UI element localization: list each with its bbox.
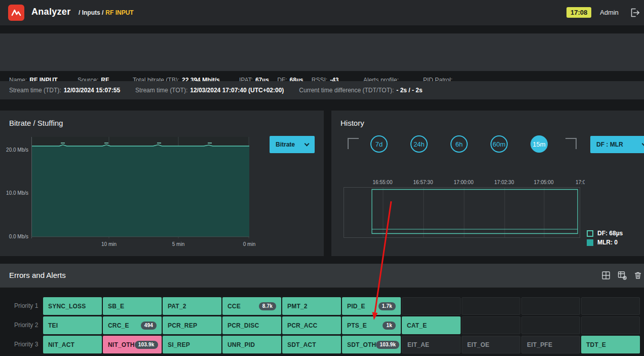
history-range-6h[interactable]: 6h (450, 135, 468, 153)
error-cell-pcr_rep[interactable]: PCR_REP (163, 316, 221, 334)
bitrate-chart-plot (31, 137, 249, 238)
bitrate-stuffing-panel: Bitrate / Stuffing Bitrate 20.0 Mb/s 10.… (0, 111, 324, 256)
history-range-15m[interactable]: 15m (531, 135, 548, 153)
error-cell-sdt_act[interactable]: SDT_ACT (282, 336, 341, 353)
error-cell-label: SDT_OTH (347, 341, 376, 348)
priority-label: Priority 2 (14, 316, 42, 334)
chevron-down-icon (305, 141, 310, 146)
app-logo[interactable] (8, 5, 24, 21)
error-cell-label: SI_REP (168, 341, 190, 348)
range-bracket-right (565, 138, 577, 149)
error-cell-label: UNR_PID (228, 341, 255, 348)
error-cell-pcr_acc[interactable]: PCR_ACC (282, 316, 341, 334)
error-cell-label: EIT_PFE (527, 341, 552, 348)
errors-alerts-title: Errors and Alerts (9, 271, 66, 279)
error-count-badge: 8.7k (259, 302, 276, 310)
history-x-tick: 17:05:00 (534, 180, 554, 185)
history-range-60m[interactable]: 60m (490, 135, 508, 153)
error-cell-empty (581, 297, 640, 315)
error-count-badge: 1k (383, 322, 396, 330)
error-cell-label: PTS_E (347, 322, 367, 329)
error-cell-label: TEI (48, 322, 58, 329)
error-cell-sdt_oth[interactable]: SDT_OTH103.9k (342, 336, 401, 353)
bitrate-chart (31, 137, 249, 238)
logout-icon (629, 7, 641, 19)
error-cell-pmt_2[interactable]: PMT_2 (282, 297, 341, 315)
y-tick: 10.0 Mb/s (0, 190, 28, 196)
error-cell-label: NIT_OTH (108, 341, 135, 348)
history-range-7d[interactable]: 7d (370, 135, 388, 153)
error-cell-label: CCE (228, 303, 241, 310)
history-range-24h[interactable]: 24h (410, 135, 428, 153)
error-cell-cce[interactable]: CCE8.7k (222, 297, 281, 315)
history-dropdown-value: DF : MLR (596, 141, 623, 148)
error-cell-empty (521, 316, 580, 334)
error-cell-label: PCR_DISC (228, 322, 259, 329)
error-cell-pts_e[interactable]: PTS_E1k (342, 316, 401, 334)
y-tick: 20.0 Mb/s (0, 147, 28, 153)
error-cell-label: SDT_ACT (287, 341, 316, 348)
df-legend-swatch (587, 230, 593, 237)
error-cell-nit_oth[interactable]: NIT_OTH103.9k (103, 336, 162, 353)
breadcrumb-path[interactable]: / Inputs / (79, 9, 103, 16)
error-cell-si_rep[interactable]: SI_REP (163, 336, 221, 353)
history-chart (344, 187, 580, 238)
error-cell-label: PCR_REP (168, 322, 197, 329)
bitrate-metric-dropdown[interactable]: Bitrate (270, 136, 315, 153)
trash-icon (633, 270, 643, 280)
bitrate-dropdown-value: Bitrate (276, 141, 295, 148)
errors-grid: Priority 1SYNC_LOSSSB_EPAT_2CCE8.7kPMT_2… (0, 297, 644, 356)
error-count-badge: 1.7k (378, 302, 396, 310)
error-cell-label: SYNC_LOSS (48, 303, 86, 310)
error-cell-tdt_e[interactable]: TDT_E (581, 336, 640, 353)
error-cell-crc_e[interactable]: CRC_E494 (103, 316, 162, 334)
mlr-legend-label: MLR: 0 (597, 239, 618, 246)
df-legend-label: DF: 68µs (597, 230, 623, 237)
history-x-tick: 16:55:00 (373, 180, 393, 185)
legend-df: DF: 68µs (587, 230, 623, 237)
errors-grid-view-button[interactable] (601, 270, 611, 280)
history-x-tick: 17:02:30 (495, 180, 514, 185)
error-cell-label: PID_E (347, 303, 365, 310)
error-cell-empty (462, 297, 520, 315)
error-cell-eit_pfe: EIT_PFE (521, 336, 580, 353)
error-cell-pid_e[interactable]: PID_E1.7k (342, 297, 401, 315)
x-tick: 10 min (101, 241, 117, 247)
grid-icon (601, 270, 611, 280)
history-metric-dropdown[interactable]: DF : MLR (590, 136, 644, 153)
error-cell-label: NIT_ACT (48, 341, 74, 348)
error-cell-empty (462, 316, 520, 334)
logout-button[interactable] (629, 7, 641, 19)
app-title: Analyzer (31, 7, 70, 17)
error-cell-eit_oe: EIT_OE (462, 336, 520, 353)
error-cell-pcr_disc[interactable]: PCR_DISC (222, 316, 281, 334)
errors-clear-button[interactable] (633, 270, 643, 280)
priority-label: Priority 3 (14, 336, 42, 353)
error-cell-label: PAT_2 (168, 303, 186, 310)
error-cell-cat_e[interactable]: CAT_E (402, 316, 461, 334)
error-count-badge: 494 (141, 322, 157, 330)
errors-settings-button[interactable] (617, 270, 627, 280)
stream-time-tot: Stream time (TOT):12/03/2024 17:07:40 (U… (135, 87, 284, 94)
error-cell-empty (402, 297, 461, 315)
error-cell-tei[interactable]: TEI (43, 316, 102, 334)
table-settings-icon (617, 270, 627, 280)
error-cell-unr_pid[interactable]: UNR_PID (222, 336, 281, 353)
x-tick: 0 min (243, 241, 255, 247)
error-cell-sb_e[interactable]: SB_E (103, 297, 162, 315)
logo-wave-icon (10, 6, 23, 19)
error-cell-label: CRC_E (108, 322, 129, 329)
error-cell-sync_loss[interactable]: SYNC_LOSS (43, 297, 102, 315)
error-cell-pat_2[interactable]: PAT_2 (163, 297, 221, 315)
input-info-panel: Name:RF INPUT Configuration: Source:RF S… (0, 33, 644, 71)
error-count-badge: 103.9k (376, 341, 399, 349)
stream-time-bar: Stream time (TDT):12/03/2024 15:07:55 St… (0, 81, 644, 99)
chevron-down-icon (642, 141, 644, 146)
history-panel: History 7d 24h 6h 60m 15m DF : MLR 16:55… (331, 111, 644, 256)
error-cell-label: CAT_E (407, 322, 427, 329)
legend-mlr: MLR: 0 (587, 239, 618, 246)
error-cell-label: EIT_AE (407, 341, 429, 348)
breadcrumb: / Inputs /RF INPUT (79, 9, 134, 16)
error-cell-nit_act[interactable]: NIT_ACT (43, 336, 102, 353)
error-cell-label: PCR_ACC (287, 322, 317, 329)
